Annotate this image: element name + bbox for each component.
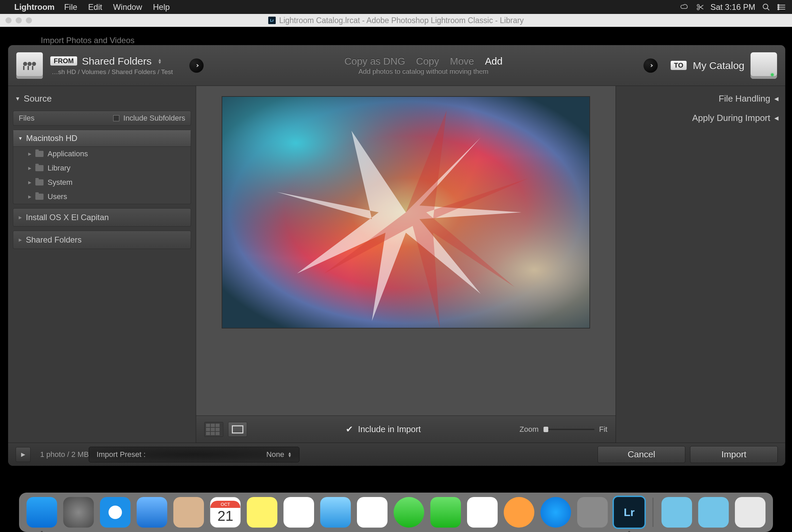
dock-applications-folder-icon[interactable]: [661, 497, 692, 528]
dock-finder-icon[interactable]: [27, 497, 57, 528]
folder-icon: [35, 151, 44, 157]
import-preset-dropdown[interactable]: Import Preset : None ▲▼: [89, 447, 299, 462]
source-panel-header[interactable]: ▼ Source: [13, 91, 191, 107]
menu-file[interactable]: File: [64, 2, 78, 12]
tree-root-label: Macintosh HD: [26, 134, 78, 143]
dock-downloads-folder-icon[interactable]: [698, 497, 729, 528]
dock-divider: [653, 498, 653, 527]
dock-launchpad-icon[interactable]: [63, 497, 94, 528]
app-menu[interactable]: Lightroom: [14, 2, 55, 12]
window-title: Lightroom Catalog.lrcat - Adobe Photosho…: [279, 16, 524, 25]
file-handling-panel-header[interactable]: File Handling ◀: [621, 91, 780, 107]
apply-during-import-panel-header[interactable]: Apply During Import ◀: [621, 110, 780, 126]
mode-add[interactable]: Add: [485, 56, 503, 67]
checkmark-icon[interactable]: ✔: [346, 424, 353, 435]
to-badge: TO: [671, 61, 687, 70]
destination-drive-icon[interactable]: [751, 52, 777, 79]
traffic-minimize[interactable]: [16, 17, 22, 23]
dock-mail-icon[interactable]: [137, 497, 167, 528]
spotlight-icon[interactable]: [762, 3, 770, 11]
photo-thumbnail[interactable]: [222, 97, 589, 328]
traffic-zoom[interactable]: [26, 17, 32, 23]
svg-point-6: [23, 62, 27, 66]
disclosure-down-icon: ▼: [18, 136, 23, 141]
tree-root-macintosh-hd[interactable]: ▼ Macintosh HD: [13, 130, 191, 147]
drive-install-osx[interactable]: ▶Install OS X El Capitan: [13, 208, 191, 227]
scissors-icon[interactable]: [696, 3, 704, 11]
svg-point-2: [763, 4, 768, 9]
folder-icon: [35, 194, 44, 200]
loupe-view-button[interactable]: [228, 422, 247, 437]
dock-contacts-icon[interactable]: [173, 497, 204, 528]
dock-itunes-icon[interactable]: [467, 497, 498, 528]
import-header: FROM Shared Folders ▲▼ …sh HD / Volumes …: [8, 45, 785, 86]
dock-ibooks-icon[interactable]: [504, 497, 534, 528]
folder-icon: [35, 179, 44, 185]
mode-move[interactable]: Move: [450, 56, 474, 67]
preset-value: None: [266, 450, 285, 459]
dialog-footer: ▶ 1 photo / 2 MB Import Preset : None ▲▼…: [8, 443, 785, 466]
minimize-panel-button[interactable]: ▶: [16, 447, 31, 462]
tree-item-library[interactable]: ▶Library: [13, 161, 191, 175]
preview-toolbar: ✔ Include in Import Zoom Fit: [196, 415, 616, 443]
control-center-icon[interactable]: [777, 4, 786, 11]
dock-appstore-icon[interactable]: [540, 497, 571, 528]
from-source-dropdown[interactable]: Shared Folders: [82, 55, 152, 67]
mode-copy-dng[interactable]: Copy as DNG: [344, 56, 405, 67]
menu-window[interactable]: Window: [113, 2, 142, 12]
drive-label: Shared Folders: [26, 235, 82, 245]
dock-system-preferences-icon[interactable]: [577, 497, 608, 528]
to-destination[interactable]: My Catalog: [693, 60, 744, 71]
dock-photos-icon[interactable]: [357, 497, 388, 528]
include-in-import-label[interactable]: Include in Import: [358, 424, 421, 434]
folder-icon: [35, 165, 44, 171]
import-button[interactable]: Import: [690, 446, 778, 463]
dropdown-chevrons-icon: ▲▼: [288, 452, 292, 457]
drive-shared-folders[interactable]: ▶Shared Folders: [13, 231, 191, 249]
dropdown-chevrons-icon[interactable]: ▲▼: [158, 58, 162, 64]
right-panel: File Handling ◀ Apply During Import ◀: [616, 86, 785, 443]
source-tree: ▼ Macintosh HD ▶Applications ▶Library ▶S…: [13, 130, 191, 204]
tree-item-users[interactable]: ▶Users: [13, 190, 191, 204]
left-panel: ▼ Source Files Include Subfolders ▼ Maci…: [8, 86, 196, 443]
source-drive-icon[interactable]: [16, 52, 43, 79]
dock-safari-icon[interactable]: [100, 497, 131, 528]
tree-item-applications[interactable]: ▶Applications: [13, 147, 191, 161]
dock-area: OCT21 Lr: [0, 484, 792, 532]
files-bar: Files Include Subfolders: [13, 111, 191, 126]
dock-messages-icon[interactable]: [394, 497, 424, 528]
zoom-slider[interactable]: [544, 429, 595, 430]
dock-calendar-icon[interactable]: OCT21: [210, 497, 241, 528]
mode-copy[interactable]: Copy: [416, 56, 439, 67]
cancel-button[interactable]: Cancel: [598, 446, 685, 463]
dock-facetime-icon[interactable]: [430, 497, 461, 528]
disclosure-right-icon: ▶: [28, 166, 31, 171]
dock-notes-icon[interactable]: [247, 497, 277, 528]
menubar-clock[interactable]: Sat 3:16 PM: [710, 2, 755, 12]
files-label: Files: [19, 114, 34, 123]
window-titlebar: Lr Lightroom Catalog.lrcat - Adobe Photo…: [0, 14, 792, 27]
dock-reminders-icon[interactable]: [283, 497, 314, 528]
menu-help[interactable]: Help: [153, 2, 170, 12]
import-status: 1 photo / 2 MB: [40, 450, 89, 459]
dock-lightroom-icon[interactable]: Lr: [614, 497, 644, 528]
center-preview-area: ✔ Include in Import Zoom Fit: [196, 86, 616, 443]
grid-view-button[interactable]: [204, 422, 223, 437]
creative-cloud-icon[interactable]: [680, 4, 689, 11]
lr-glyph: Lr: [624, 506, 635, 519]
dock: OCT21 Lr: [19, 493, 773, 532]
dest-arrow-icon: [643, 58, 658, 73]
disclosure-down-icon: ▼: [15, 96, 20, 102]
disclosure-right-icon: ▶: [28, 152, 31, 156]
calendar-day: 21: [218, 508, 234, 524]
include-subfolders-checkbox[interactable]: [113, 115, 119, 121]
source-arrow-icon: [189, 58, 204, 73]
lightroom-doc-icon: Lr: [268, 17, 276, 24]
traffic-close[interactable]: [5, 17, 12, 23]
svg-point-8: [32, 62, 36, 66]
dock-trash-icon[interactable]: [735, 497, 765, 528]
tree-item-system[interactable]: ▶System: [13, 175, 191, 190]
menu-edit[interactable]: Edit: [88, 2, 102, 12]
dock-maps-icon[interactable]: [320, 497, 351, 528]
fit-label[interactable]: Fit: [599, 425, 607, 434]
